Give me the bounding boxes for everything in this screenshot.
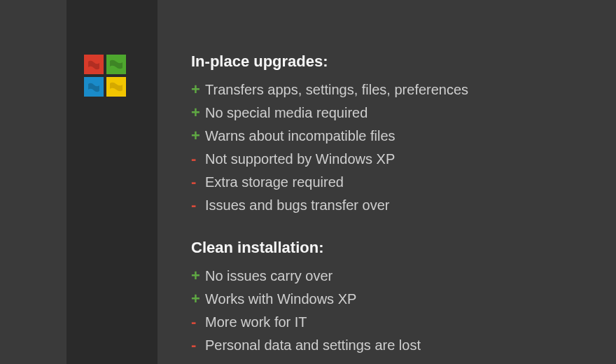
- section-title: Clean installation:: [191, 239, 588, 257]
- list-item: + Warns about incompatible files: [191, 124, 588, 147]
- item-text: More work for IT: [205, 312, 588, 332]
- list-item: - Not supported by Windows XP: [191, 147, 588, 170]
- plus-icon: +: [191, 78, 205, 101]
- plus-icon: +: [191, 124, 205, 147]
- logo-tile-yellow: [106, 77, 126, 97]
- minus-icon: -: [191, 310, 205, 333]
- item-text: No issues carry over: [205, 265, 588, 286]
- section-in-place-upgrades: In-place upgrades: + Transfers apps, set…: [191, 52, 588, 216]
- list-item: + No special media required: [191, 101, 588, 124]
- plus-icon: +: [191, 101, 205, 124]
- section-title: In-place upgrades:: [191, 52, 588, 71]
- main-content: In-place upgrades: + Transfers apps, set…: [158, 0, 616, 364]
- item-text: Works with Windows XP: [205, 288, 588, 309]
- item-text: Extra storage required: [205, 172, 588, 192]
- logo-tile-green: [106, 55, 126, 74]
- logo-tile-blue: [84, 77, 104, 97]
- item-text: Transfers apps, settings, files, prefere…: [205, 79, 588, 100]
- minus-icon: -: [191, 333, 205, 356]
- plus-icon: +: [191, 264, 205, 287]
- item-text: Issues and bugs transfer over: [205, 195, 588, 216]
- item-text: No special media required: [205, 102, 588, 123]
- section-clean-installation: Clean installation: + No issues carry ov…: [191, 239, 588, 356]
- minus-icon: -: [191, 147, 205, 170]
- list-item: + Transfers apps, settings, files, prefe…: [191, 78, 588, 101]
- minus-icon: -: [191, 170, 205, 193]
- list-item: + Works with Windows XP: [191, 287, 588, 310]
- item-text: Personal data and settings are lost: [205, 335, 588, 356]
- item-text: Warns about incompatible files: [205, 125, 588, 146]
- windows-logo-icon: [84, 55, 126, 97]
- sidebar: [0, 0, 158, 364]
- logo-tile-red: [84, 55, 104, 74]
- item-text: Not supported by Windows XP: [205, 148, 588, 169]
- list-item: + No issues carry over: [191, 264, 588, 287]
- minus-icon: -: [191, 193, 205, 216]
- list-item: - Issues and bugs transfer over: [191, 193, 588, 216]
- list-item: - Personal data and settings are lost: [191, 333, 588, 356]
- list-item: - More work for IT: [191, 310, 588, 333]
- list-item: - Extra storage required: [191, 170, 588, 193]
- plus-icon: +: [191, 287, 205, 310]
